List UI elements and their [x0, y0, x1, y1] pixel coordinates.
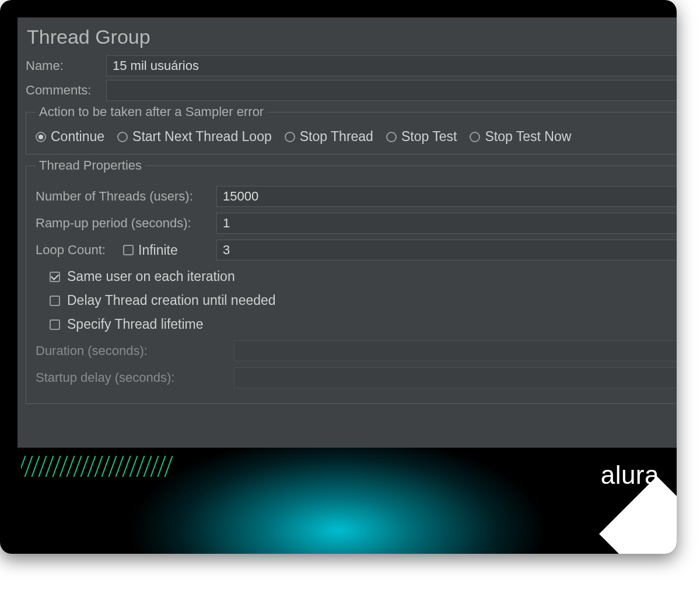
checkbox-icon	[50, 272, 60, 282]
radio-icon	[470, 132, 480, 142]
comments-input[interactable]	[106, 80, 677, 101]
radio-stop-test-now[interactable]: Stop Test Now	[470, 129, 571, 145]
ramp-up-label: Ramp-up period (seconds):	[36, 216, 211, 231]
radio-icon	[36, 132, 46, 142]
loop-count-label: Loop Count:	[36, 242, 117, 258]
radio-stop-test[interactable]: Stop Test	[386, 129, 457, 145]
comments-label: Comments:	[26, 83, 100, 98]
delay-creation-checkbox[interactable]: Delay Thread creation until needed	[50, 293, 677, 308]
duration-row: Duration (seconds):	[36, 340, 677, 361]
infinite-label: Infinite	[138, 242, 178, 258]
specify-lifetime-checkbox[interactable]: Specify Thread lifetime	[50, 317, 677, 332]
comments-row: Comments:	[26, 80, 677, 101]
ramp-up-input[interactable]	[216, 213, 677, 234]
glow-decoration	[134, 437, 542, 554]
sampler-error-legend: Action to be taken after a Sampler error	[36, 104, 267, 119]
radio-label: Continue	[51, 129, 104, 145]
same-user-label: Same user on each iteration	[67, 269, 235, 284]
startup-delay-label: Startup delay (seconds):	[36, 370, 228, 385]
name-input[interactable]	[106, 55, 677, 76]
thread-properties-legend: Thread Properties	[36, 158, 145, 173]
radio-icon	[386, 132, 397, 142]
loop-count-row: Loop Count: Infinite	[36, 240, 677, 261]
checkbox-icon	[50, 296, 60, 306]
radio-icon	[285, 132, 295, 142]
radio-label: Stop Test Now	[485, 129, 571, 145]
app-card: Thread Group Name: Comments: Action to b…	[0, 0, 677, 554]
duration-input	[234, 340, 677, 361]
sampler-error-group: Action to be taken after a Sampler error…	[26, 104, 677, 154]
radio-label: Start Next Thread Loop	[132, 129, 272, 145]
thread-group-panel: Thread Group Name: Comments: Action to b…	[18, 17, 677, 448]
name-label: Name:	[26, 58, 100, 73]
infinite-checkbox[interactable]: Infinite	[123, 242, 211, 258]
loop-count-input[interactable]	[216, 240, 677, 261]
panel-title: Thread Group	[26, 26, 677, 48]
delay-creation-label: Delay Thread creation until needed	[67, 293, 276, 308]
num-threads-input[interactable]	[216, 186, 677, 207]
radio-stop-thread[interactable]: Stop Thread	[285, 129, 373, 145]
radio-label: Stop Test	[401, 129, 457, 145]
radio-start-next-loop[interactable]: Start Next Thread Loop	[117, 129, 272, 145]
ramp-up-row: Ramp-up period (seconds):	[36, 213, 677, 234]
same-user-checkbox[interactable]: Same user on each iteration	[50, 269, 677, 284]
checkbox-icon	[123, 245, 134, 255]
startup-delay-row: Startup delay (seconds):	[36, 367, 677, 388]
radio-icon	[117, 132, 128, 142]
specify-lifetime-label: Specify Thread lifetime	[67, 317, 204, 332]
radio-continue[interactable]: Continue	[36, 129, 104, 145]
name-row: Name:	[26, 55, 677, 76]
num-threads-row: Number of Threads (users):	[36, 186, 677, 207]
checkbox-icon	[50, 319, 60, 330]
slash-decoration	[21, 456, 173, 477]
thread-properties-group: Thread Properties Number of Threads (use…	[26, 158, 677, 404]
num-threads-label: Number of Threads (users):	[36, 189, 211, 204]
sampler-error-options: Continue Start Next Thread Loop Stop Thr…	[36, 129, 677, 145]
startup-delay-input	[234, 367, 677, 388]
duration-label: Duration (seconds):	[36, 343, 228, 358]
radio-label: Stop Thread	[300, 129, 373, 145]
